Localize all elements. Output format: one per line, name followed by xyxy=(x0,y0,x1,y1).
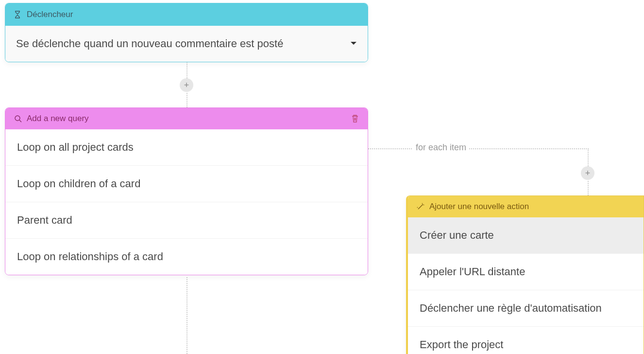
action-option[interactable]: Déclencher une règle d'automatisation xyxy=(408,290,644,326)
query-list: Loop on all project cards Loop on childr… xyxy=(5,129,368,275)
caret-down-icon xyxy=(350,41,357,46)
svg-point-0 xyxy=(15,116,20,121)
action-header: Ajouter une nouvelle action xyxy=(408,196,644,217)
action-card: Ajouter une nouvelle action Créer une ca… xyxy=(406,195,644,354)
trigger-card: Déclencheur Se déclenche quand un nouvea… xyxy=(5,3,368,62)
search-icon xyxy=(14,115,22,123)
query-option[interactable]: Loop on relationships of a card xyxy=(5,238,368,275)
add-step-button-2[interactable]: + xyxy=(581,166,594,180)
action-option[interactable]: Export the project xyxy=(408,326,644,354)
query-card: Add a new query Loop on all project card… xyxy=(5,107,368,275)
add-step-button-1[interactable]: + xyxy=(180,78,193,92)
action-header-label: Ajouter une nouvelle action xyxy=(429,202,529,212)
action-option[interactable]: Appeler l'URL distante xyxy=(408,253,644,290)
trigger-header: Déclencheur xyxy=(5,3,368,26)
hourglass-icon xyxy=(14,11,21,18)
trigger-selector[interactable]: Se déclenche quand un nouveau commentair… xyxy=(5,26,368,62)
trash-icon[interactable] xyxy=(351,114,359,123)
for-each-label: for each item xyxy=(413,142,469,153)
query-option[interactable]: Loop on all project cards xyxy=(5,129,368,165)
query-option[interactable]: Loop on children of a card xyxy=(5,165,368,202)
connector-query-to-action-h xyxy=(368,148,589,149)
trigger-selected-text: Se déclenche quand un nouveau commentair… xyxy=(16,37,283,50)
wand-icon xyxy=(417,203,424,211)
query-header-label: Add a new query xyxy=(27,114,89,124)
trigger-header-label: Déclencheur xyxy=(27,10,73,19)
query-option[interactable]: Parent card xyxy=(5,202,368,238)
action-option[interactable]: Créer une carte xyxy=(408,217,644,253)
connector-query-down xyxy=(186,277,187,354)
query-header: Add a new query xyxy=(5,108,368,129)
action-list: Créer une carte Appeler l'URL distante D… xyxy=(408,217,644,354)
